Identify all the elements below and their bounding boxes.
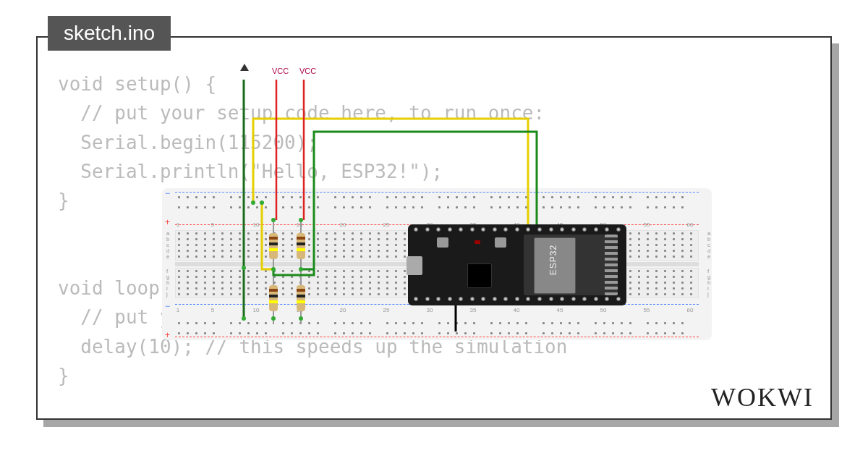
esp32-antenna-icon	[605, 235, 618, 295]
esp32-chip-icon	[467, 263, 492, 288]
simulation-canvas[interactable]: VCC VCC − + − + 151015202530354045505560…	[162, 80, 726, 355]
wire-node	[260, 200, 264, 205]
wire-node	[299, 267, 303, 271]
wire-node	[299, 218, 303, 222]
file-tab[interactable]: sketch.ino	[48, 16, 171, 51]
resistor[interactable]	[269, 285, 278, 311]
usb-port-icon	[407, 256, 422, 275]
esp32-button[interactable]	[437, 237, 448, 248]
esp32-pin-header	[414, 297, 621, 303]
esp32-button[interactable]	[495, 237, 506, 248]
wire-node	[299, 316, 303, 321]
esp32-pin-header	[414, 227, 621, 233]
resistor[interactable]	[297, 285, 305, 311]
wire-node	[271, 218, 276, 222]
wokwi-logo: WOKWI	[711, 382, 814, 413]
vcc-label: VCC	[272, 67, 289, 75]
esp32-led-icon	[475, 240, 480, 244]
arrow-icon	[240, 64, 249, 71]
esp32-label: ESP32	[548, 245, 558, 275]
wire-node	[251, 200, 255, 205]
wire-node	[242, 316, 246, 321]
wire-node	[271, 316, 276, 321]
resistor[interactable]	[297, 233, 305, 259]
esp32-board[interactable]: ESP32	[408, 224, 626, 305]
resistor[interactable]	[269, 233, 278, 259]
wire-node	[271, 267, 276, 271]
vcc-label: VCC	[299, 67, 316, 75]
esp32-module	[524, 235, 618, 295]
wire-node	[242, 266, 246, 270]
